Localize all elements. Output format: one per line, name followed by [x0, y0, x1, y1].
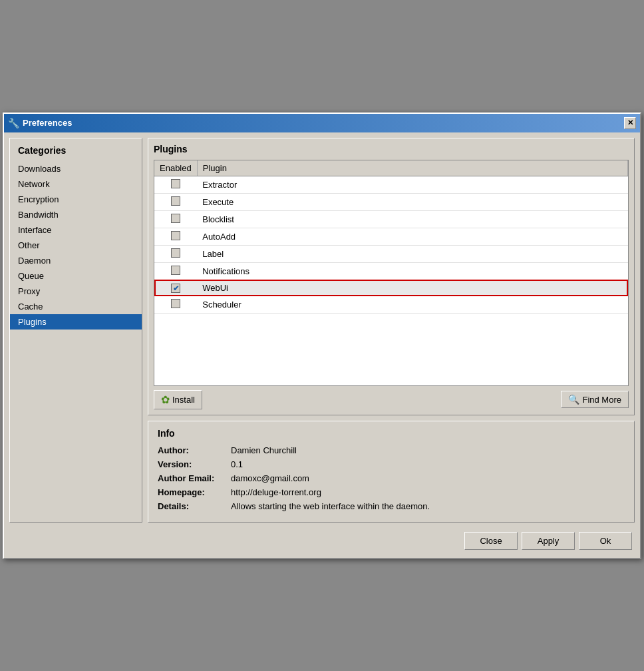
col-plugin: Plugin: [197, 160, 627, 176]
info-label: Author Email:: [158, 473, 231, 483]
plugin-name-scheduler: Scheduler: [197, 296, 627, 314]
bottom-bar: Close Apply Ok: [9, 528, 635, 553]
sidebar-item-daemon[interactable]: Daemon: [10, 253, 142, 268]
sidebar-item-plugins[interactable]: Plugins: [10, 314, 142, 330]
info-row: Author Email:damoxc@gmail.com: [158, 473, 625, 483]
ok-button[interactable]: Ok: [579, 532, 632, 550]
plugin-checkbox-notifications[interactable]: [171, 266, 180, 275]
table-row[interactable]: AutoAdd: [154, 228, 628, 245]
plugins-toolbar: ✿ Install 🔍 Find More: [154, 390, 629, 409]
find-more-button[interactable]: 🔍 Find More: [561, 391, 629, 408]
plugins-panel: Plugins Enabled Plugin ExtractorExecuteB…: [148, 138, 635, 415]
table-row[interactable]: Extractor: [154, 176, 628, 193]
main-content: Categories DownloadsNetworkEncryptionBan…: [9, 138, 635, 523]
table-row[interactable]: Notifications: [154, 262, 628, 280]
info-header: Info: [158, 428, 625, 439]
sidebar-item-proxy[interactable]: Proxy: [10, 284, 142, 299]
window-body: Categories DownloadsNetworkEncryptionBan…: [4, 132, 640, 558]
sidebar-item-cache[interactable]: Cache: [10, 299, 142, 314]
window-close-button[interactable]: ✕: [624, 117, 636, 129]
info-label: Author:: [158, 445, 231, 455]
info-row: Author:Damien Churchill: [158, 445, 625, 455]
plugin-name-execute: Execute: [197, 193, 627, 210]
info-value: 0.1: [231, 459, 243, 469]
plugin-name-label: Label: [197, 245, 627, 262]
sidebar-item-encryption[interactable]: Encryption: [10, 192, 142, 207]
table-header-row: Enabled Plugin: [154, 160, 628, 176]
table-row[interactable]: Execute: [154, 193, 628, 210]
plugin-name-webui: WebUi: [197, 280, 627, 296]
sidebar-item-downloads[interactable]: Downloads: [10, 161, 142, 176]
plugin-checkbox-execute[interactable]: [171, 196, 180, 206]
plugin-checkbox-label[interactable]: [171, 248, 180, 258]
plugins-table: Enabled Plugin ExtractorExecuteBlocklist…: [154, 160, 628, 314]
table-row[interactable]: ✔WebUi: [154, 280, 628, 296]
categories-header: Categories: [10, 141, 142, 161]
info-value: Damien Churchill: [231, 445, 297, 455]
window-title: Preferences: [23, 118, 72, 128]
plugin-checkbox-webui[interactable]: ✔: [171, 284, 180, 293]
info-row: Homepage:http://deluge-torrent.org: [158, 487, 625, 497]
sidebar-item-interface[interactable]: Interface: [10, 222, 142, 238]
apply-button[interactable]: Apply: [522, 532, 575, 550]
find-more-label: Find More: [582, 395, 621, 405]
info-label: Homepage:: [158, 487, 231, 497]
plugin-checkbox-scheduler[interactable]: [171, 299, 180, 308]
info-label: Version:: [158, 459, 231, 469]
info-value: Allows starting the web interface within…: [231, 501, 430, 511]
plugin-checkbox-blocklist[interactable]: [171, 214, 180, 223]
install-icon: ✿: [161, 393, 170, 406]
plugin-name-extractor: Extractor: [197, 176, 627, 193]
plugin-name-notifications: Notifications: [197, 262, 627, 280]
plugins-table-container[interactable]: Enabled Plugin ExtractorExecuteBlocklist…: [154, 160, 629, 386]
plugin-checkbox-autoadd[interactable]: [171, 231, 180, 240]
info-value: damoxc@gmail.com: [231, 473, 309, 483]
title-bar: 🔧 Preferences ✕: [4, 114, 640, 132]
categories-sidebar: Categories DownloadsNetworkEncryptionBan…: [9, 138, 142, 523]
close-button[interactable]: Close: [464, 532, 518, 550]
table-row[interactable]: Scheduler: [154, 296, 628, 314]
install-label: Install: [172, 395, 195, 405]
sidebar-item-other[interactable]: Other: [10, 238, 142, 253]
plugin-name-autoadd: AutoAdd: [197, 228, 627, 245]
window-icon: 🔧: [8, 118, 19, 128]
right-panel: Plugins Enabled Plugin ExtractorExecuteB…: [148, 138, 635, 523]
plugin-checkbox-extractor[interactable]: [171, 179, 180, 188]
sidebar-item-bandwidth[interactable]: Bandwidth: [10, 207, 142, 222]
info-row: Version:0.1: [158, 459, 625, 469]
col-enabled: Enabled: [154, 160, 197, 176]
info-row: Details:Allows starting the web interfac…: [158, 501, 625, 511]
table-row[interactable]: Label: [154, 245, 628, 262]
preferences-window: 🔧 Preferences ✕ Categories DownloadsNetw…: [3, 112, 641, 559]
info-panel: Info Author:Damien ChurchillVersion:0.1A…: [148, 421, 635, 523]
plugins-header: Plugins: [154, 144, 629, 154]
info-value: http://deluge-torrent.org: [231, 487, 321, 497]
sidebar-item-queue[interactable]: Queue: [10, 268, 142, 284]
plugin-name-blocklist: Blocklist: [197, 210, 627, 228]
table-row[interactable]: Blocklist: [154, 210, 628, 228]
info-label: Details:: [158, 501, 231, 511]
install-button[interactable]: ✿ Install: [154, 390, 202, 409]
sidebar-item-network[interactable]: Network: [10, 176, 142, 192]
search-icon: 🔍: [568, 394, 579, 405]
